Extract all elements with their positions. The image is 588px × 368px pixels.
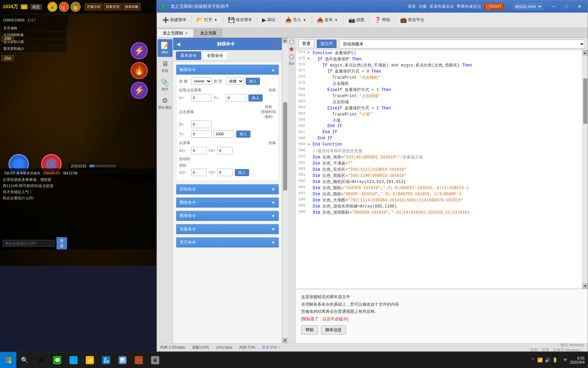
maximize-button[interactable]: □: [562, 3, 571, 10]
taskbar-task-view[interactable]: ⊞: [33, 352, 49, 368]
tab-basic-commands[interactable]: 基本命令: [176, 51, 201, 60]
nav-android-backend[interactable]: 安卓作者后台: [429, 4, 454, 10]
from-x2-input[interactable]: [191, 169, 207, 176]
tab-dragon[interactable]: 龙之无限: [194, 29, 222, 37]
taskbar-app-4[interactable]: 🖥: [147, 352, 163, 368]
source-mode-button[interactable]: 源文件: [317, 40, 337, 48]
click-y-input[interactable]: [191, 130, 212, 138]
action-btn-go[interactable]: Go: [289, 61, 294, 68]
action-btn-1[interactable]: ⬡: [288, 39, 295, 45]
capture-button[interactable]: 📷 抓图: [346, 15, 367, 25]
help-button[interactable]: ❓ 帮助: [372, 15, 393, 25]
debug-button[interactable]: ▶ 调试: [259, 15, 278, 25]
taskbar-app-3[interactable]: 🎮: [131, 352, 147, 368]
device-command-section: 设备命令 ▼: [176, 224, 279, 234]
code-scrollbar[interactable]: ▲ ▼: [582, 50, 588, 289]
nav-register[interactable]: 注册: [419, 4, 427, 10]
line-expand-589[interactable]: ▶: [308, 142, 313, 146]
scrollbar-track[interactable]: [282, 43, 288, 338]
tab-1-close-icon[interactable]: ✕: [185, 31, 188, 35]
from-x1-input[interactable]: [191, 147, 207, 154]
left-panel-scrollbar[interactable]: ▲ ▼: [282, 38, 288, 343]
duration-input[interactable]: [214, 130, 234, 138]
minimize-button[interactable]: ─: [549, 3, 558, 10]
tab-2-label: 龙之无限: [200, 30, 216, 36]
command-header-back[interactable]: ◀: [177, 42, 180, 47]
open-button[interactable]: 📂 打开 ▼: [194, 15, 221, 25]
short-y-input[interactable]: [226, 94, 246, 102]
autoload-dropdown[interactable]: 自动加载本: [339, 40, 585, 48]
chat-send-button[interactable]: 发送: [56, 237, 67, 249]
tab-all-commands[interactable]: 全部命令: [202, 51, 228, 60]
swipe-insert-button[interactable]: 插入: [235, 169, 249, 176]
device-section-header[interactable]: 设备命令 ▼: [176, 224, 279, 234]
activity-2[interactable]: 我要变强: [104, 3, 121, 10]
line-code-574: Function 血量保护(): [313, 50, 581, 56]
help-button-2[interactable]: 帮助: [301, 325, 318, 335]
from-y2-input[interactable]: [217, 169, 233, 176]
info-dismiss-link[interactable]: [我知道了，以后不必提示]: [301, 316, 582, 323]
short-click-insert-button[interactable]: 插入: [248, 94, 263, 102]
key-insert-button[interactable]: 插入: [246, 78, 260, 85]
taskbar-wechat[interactable]: 💬: [49, 352, 65, 368]
import-button[interactable]: 📥 导入 ▼: [282, 15, 310, 25]
type-label: 类 型: [214, 79, 224, 84]
publish-button[interactable]: 📤 发布 ▼: [314, 15, 341, 25]
nav-apple-backend[interactable]: 苹果作者后台: [457, 4, 481, 10]
systray-up-icon[interactable]: ⌃: [529, 357, 536, 363]
other-section-header[interactable]: 其它命令 ▼: [176, 237, 279, 247]
systray-sound-icon[interactable]: 🔊: [544, 357, 551, 363]
code-editor[interactable]: 574 ▶ Function 血量保护() 575 ▶ If 选中血量保护 Th…: [296, 50, 582, 289]
scrollbar-up-button[interactable]: ▲: [282, 38, 288, 43]
short-x-input[interactable]: [191, 94, 212, 102]
from-x1-label: X1=: [179, 149, 189, 153]
simulator-dropdown[interactable]: 模拟器-5554: [513, 3, 543, 10]
business-button[interactable]: 💼 商业平台: [397, 15, 427, 25]
action-btn-2[interactable]: ✱: [288, 46, 295, 53]
start-button[interactable]: [0, 352, 16, 368]
sidebar-item-ui[interactable]: 🖥 界面: [158, 58, 173, 75]
sidebar-item-script[interactable]: 📝 脚本: [158, 39, 173, 57]
simulator-selector[interactable]: 模拟器-5554: [513, 3, 543, 10]
code-scroll-track[interactable]: [583, 56, 588, 283]
click-insert-button[interactable]: 插入: [236, 131, 250, 138]
code-scroll-up[interactable]: ▲: [583, 50, 588, 56]
activity-3[interactable]: 游戏攻略: [123, 3, 141, 10]
line-expand-575[interactable]: ▶: [308, 56, 313, 60]
type-select[interactable]: 按键: [226, 77, 244, 85]
close-button[interactable]: ✕: [575, 3, 584, 10]
from-y1-input[interactable]: [217, 147, 233, 154]
code-scroll-down[interactable]: ▼: [583, 283, 588, 289]
activity-1[interactable]: 开服活动: [85, 3, 102, 10]
normal-mode-button[interactable]: 普通: [298, 40, 314, 48]
nav-login[interactable]: 登录: [408, 4, 416, 10]
taskbar-store[interactable]: 🏪: [98, 352, 114, 368]
shape-section-header[interactable]: 图形命令 ▼: [176, 211, 279, 221]
scrollbar-down-button[interactable]: ▼: [282, 338, 288, 343]
sidebar-item-attachment[interactable]: 📎 附件: [158, 76, 173, 94]
systray-network-icon[interactable]: 📶: [537, 357, 543, 363]
systray-battery-icon[interactable]: 🔋: [552, 357, 558, 363]
tab-dragon-unlimited[interactable]: 龙之无限制 ✕: [157, 29, 194, 37]
line-num-589: 589: [297, 142, 308, 146]
control-section-header[interactable]: 控制命令 ▼: [176, 184, 279, 194]
color-section-header[interactable]: 颜色命令 ▼: [176, 198, 279, 208]
sidebar-item-properties[interactable]: ⚙ 脚本属性: [158, 94, 173, 112]
chat-input[interactable]: [3, 240, 54, 247]
new-script-button[interactable]: ➕ 新建脚本: [160, 15, 189, 25]
taskbar-browser[interactable]: 🌐: [65, 352, 82, 368]
touch-section-header[interactable]: 触摸命令 ▲: [176, 65, 279, 75]
code-scroll-thumb[interactable]: [583, 78, 587, 124]
taskbar-search[interactable]: 🔍: [16, 352, 33, 368]
save-button[interactable]: 💾 保存脚本: [225, 15, 255, 25]
click-x-input[interactable]: [191, 121, 212, 128]
more-details[interactable]: 更多详情 >: [262, 345, 280, 350]
line-expand-574[interactable]: ▶: [308, 50, 313, 54]
key-select[interactable]: Home: [191, 77, 212, 85]
taskbar-file-explorer[interactable]: 📁: [82, 352, 98, 368]
script-info-button[interactable]: 脚本信息: [321, 325, 346, 335]
scrollbar-thumb[interactable]: [283, 102, 287, 190]
taskbar-app-2[interactable]: 📊: [114, 352, 131, 368]
ime-indicator[interactable]: 中: [564, 357, 567, 363]
action-btn-3[interactable]: ⬡: [288, 53, 295, 60]
